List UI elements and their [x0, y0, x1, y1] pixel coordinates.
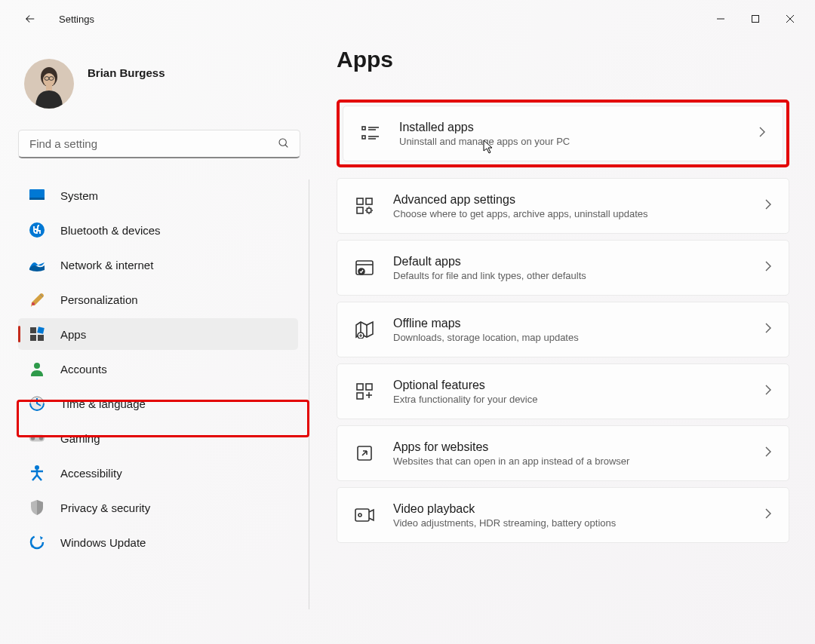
setting-icon — [354, 320, 375, 339]
svg-rect-33 — [362, 127, 365, 130]
nav-item-accessibility[interactable]: Accessibility — [18, 457, 298, 489]
chevron-right-icon — [764, 322, 772, 337]
nav-item-time-language[interactable]: Time & language — [18, 388, 298, 419]
nav-icon — [29, 360, 45, 377]
nav-label: Privacy & security — [60, 501, 150, 514]
svg-rect-40 — [366, 198, 372, 204]
setting-subtitle: Choose where to get apps, archive apps, … — [393, 208, 746, 219]
setting-subtitle: Video adjustments, HDR streaming, batter… — [393, 517, 746, 529]
maximize-button[interactable] — [738, 7, 773, 31]
setting-subtitle: Uninstall and manage apps on your PC — [399, 136, 740, 147]
avatar — [24, 59, 74, 109]
setting-title: Offline maps — [393, 317, 746, 330]
nav-label: Windows Update — [60, 536, 146, 549]
nav-item-personalization[interactable]: Personalization — [18, 284, 298, 315]
svg-rect-15 — [30, 327, 36, 333]
svg-rect-18 — [38, 335, 44, 341]
svg-rect-16 — [37, 327, 44, 333]
minimize-button[interactable] — [703, 7, 738, 31]
svg-rect-41 — [357, 207, 363, 213]
nav-icon — [29, 222, 45, 238]
nav-label: Network & internet — [60, 259, 153, 271]
setting-text: Optional featuresExtra functionality for… — [393, 379, 746, 405]
nav-label: System — [60, 189, 98, 202]
svg-point-9 — [279, 139, 286, 146]
nav-list: SystemBluetooth & devicesNetwork & inter… — [18, 179, 309, 609]
search-wrap — [18, 130, 300, 158]
nav-icon — [29, 465, 45, 481]
search-icon — [278, 137, 290, 152]
setting-title: Installed apps — [399, 121, 740, 134]
search-input[interactable] — [18, 130, 300, 158]
nav-icon — [29, 430, 45, 446]
setting-title: Optional features — [393, 379, 746, 392]
settings-list: Installed appsUninstall and manage apps … — [337, 100, 789, 546]
svg-point-25 — [35, 436, 36, 437]
chevron-right-icon — [764, 260, 772, 275]
svg-rect-17 — [30, 335, 36, 341]
setting-icon — [354, 508, 375, 523]
svg-line-10 — [285, 145, 288, 147]
profile-section[interactable]: Brian Burgess — [18, 53, 311, 130]
svg-rect-49 — [357, 384, 363, 390]
svg-point-56 — [358, 514, 361, 517]
window-controls — [703, 7, 807, 31]
nav-icon — [29, 256, 45, 273]
setting-title: Advanced app settings — [393, 193, 746, 207]
setting-item-installed-apps[interactable]: Installed appsUninstall and manage apps … — [343, 106, 783, 161]
svg-rect-39 — [357, 198, 363, 204]
setting-icon — [354, 259, 375, 276]
setting-highlight-box: Installed appsUninstall and manage apps … — [337, 100, 789, 167]
setting-item-optional-features[interactable]: Optional featuresExtra functionality for… — [337, 363, 789, 419]
close-button[interactable] — [773, 7, 807, 31]
svg-rect-34 — [362, 136, 365, 139]
nav-item-accounts[interactable]: Accounts — [18, 353, 298, 385]
setting-item-apps-for-websites[interactable]: Apps for websitesWebsites that can open … — [337, 425, 789, 481]
setting-text: Offline mapsDownloads, storage location,… — [393, 317, 746, 343]
nav-icon — [29, 395, 45, 412]
nav-label: Bluetooth & devices — [60, 224, 161, 237]
nav-item-system[interactable]: System — [18, 179, 298, 211]
nav-icon — [29, 534, 45, 550]
page-title: Apps — [337, 47, 789, 72]
setting-item-default-apps[interactable]: Default appsDefaults for file and link t… — [337, 240, 789, 296]
profile-name: Brian Burgess — [88, 66, 165, 79]
nav-icon — [29, 187, 45, 204]
svg-rect-6 — [46, 84, 52, 90]
nav-item-privacy-security[interactable]: Privacy & security — [18, 492, 298, 523]
chevron-right-icon — [764, 446, 772, 461]
nav-label: Accessibility — [60, 467, 122, 480]
setting-item-advanced-app-settings[interactable]: Advanced app settingsChoose where to get… — [337, 178, 789, 234]
nav-item-apps[interactable]: Apps — [18, 318, 298, 350]
nav-icon — [29, 291, 45, 308]
svg-rect-51 — [357, 393, 363, 399]
setting-subtitle: Defaults for file and link types, other … — [393, 270, 746, 281]
sidebar: Brian Burgess SystemBluetooth & devicesN… — [0, 38, 317, 644]
svg-point-23 — [31, 436, 35, 440]
nav-label: Time & language — [60, 397, 146, 410]
nav-icon — [29, 499, 45, 516]
chevron-right-icon — [758, 126, 766, 141]
nav-item-windows-update[interactable]: Windows Update — [18, 526, 298, 558]
setting-icon — [354, 444, 375, 462]
setting-icon — [354, 197, 375, 215]
nav-label: Accounts — [60, 363, 107, 376]
setting-item-offline-maps[interactable]: Offline mapsDownloads, storage location,… — [337, 302, 789, 357]
nav-item-gaming[interactable]: Gaming — [18, 422, 298, 454]
nav-item-bluetooth-devices[interactable]: Bluetooth & devices — [18, 214, 298, 246]
back-button[interactable] — [15, 4, 45, 34]
svg-point-27 — [35, 465, 39, 470]
svg-point-14 — [32, 302, 35, 305]
setting-subtitle: Extra functionality for your device — [393, 394, 746, 405]
setting-title: Default apps — [393, 255, 746, 268]
setting-title: Video playback — [393, 502, 746, 516]
setting-text: Installed appsUninstall and manage apps … — [399, 121, 740, 147]
setting-item-video-playback[interactable]: Video playbackVideo adjustments, HDR str… — [337, 487, 789, 543]
setting-text: Apps for websitesWebsites that can open … — [393, 440, 746, 467]
chevron-right-icon — [764, 508, 772, 523]
chevron-right-icon — [764, 384, 772, 399]
nav-item-network-internet[interactable]: Network & internet — [18, 249, 298, 281]
svg-rect-50 — [366, 384, 372, 390]
setting-icon — [354, 382, 375, 400]
svg-rect-55 — [355, 509, 369, 521]
